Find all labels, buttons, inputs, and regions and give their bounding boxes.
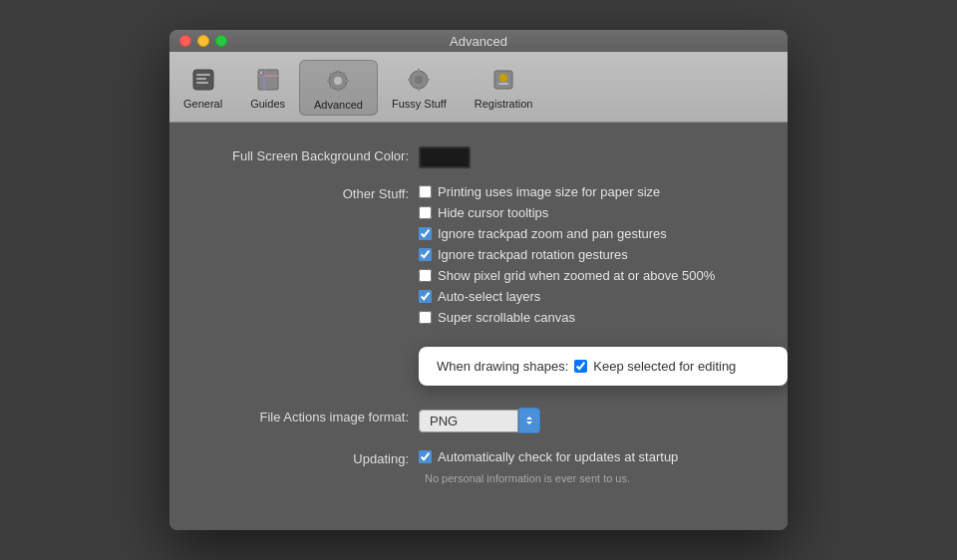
keep-selected-checkbox[interactable] <box>574 360 587 373</box>
checkbox-super-scroll: Super scrollable canvas <box>419 310 715 325</box>
keep-selected-row: Keep selected for editing <box>574 359 736 374</box>
checkbox-ignore-zoom-label: Ignore trackpad zoom and pan gestures <box>438 226 667 241</box>
checkbox-auto-select-input[interactable] <box>419 290 432 303</box>
file-format-select-container: PNG JPEG TIFF PDF <box>419 408 540 433</box>
checkbox-ignore-rotation-label: Ignore trackpad rotation gestures <box>438 247 628 262</box>
checkbox-auto-select: Auto-select layers <box>419 289 715 304</box>
svg-point-21 <box>415 76 423 84</box>
main-window: Advanced General <box>169 30 788 530</box>
color-swatch-button[interactable] <box>419 146 471 168</box>
checkbox-show-pixel: Show pixel grid when zoomed at or above … <box>419 268 715 283</box>
tab-registration-label: Registration <box>475 98 533 110</box>
checkbox-show-pixel-label: Show pixel grid when zoomed at or above … <box>438 268 715 283</box>
svg-rect-15 <box>346 80 349 82</box>
tab-registration[interactable]: Registration <box>461 60 547 116</box>
tab-general[interactable]: General <box>169 60 236 116</box>
drawing-shapes-label-spacer <box>199 341 419 351</box>
tab-general-label: General <box>183 98 222 110</box>
svg-point-11 <box>334 77 342 85</box>
checkbox-ignore-zoom-input[interactable] <box>419 227 432 240</box>
keep-selected-label: Keep selected for editing <box>593 359 736 374</box>
updating-label: Updating: <box>199 449 419 466</box>
checkbox-print-size-label: Printing uses image size for paper size <box>438 184 660 199</box>
tab-fussy-label: Fussy Stuff <box>392 98 447 110</box>
checkbox-show-pixel-input[interactable] <box>419 269 432 282</box>
file-actions-row: File Actions image format: PNG JPEG TIFF… <box>199 408 758 433</box>
updating-control: Automatically check for updates at start… <box>419 449 678 484</box>
updating-row: Updating: Automatically check for update… <box>199 449 758 484</box>
tab-advanced[interactable]: Advanced <box>299 60 378 116</box>
general-icon <box>187 64 219 96</box>
fullscreen-color-label: Full Screen Background Color: <box>199 146 419 163</box>
svg-rect-23 <box>418 88 420 91</box>
advanced-icon <box>322 65 354 97</box>
svg-rect-22 <box>418 69 420 72</box>
svg-rect-25 <box>427 79 430 81</box>
fullscreen-color-row: Full Screen Background Color: <box>199 146 758 168</box>
guides-icon <box>252 64 284 96</box>
file-actions-label: File Actions image format: <box>199 408 419 424</box>
other-stuff-checkboxes: Printing uses image size for paper size … <box>419 184 715 325</box>
auto-update-checkbox[interactable] <box>419 450 432 463</box>
auto-update-row: Automatically check for updates at start… <box>419 449 678 464</box>
drawing-shapes-tooltip: When drawing shapes: Keep selected for e… <box>419 347 788 386</box>
svg-rect-12 <box>337 70 339 73</box>
drawing-shapes-control: When drawing shapes: Keep selected for e… <box>419 341 788 392</box>
checkbox-print-size-input[interactable] <box>419 185 432 198</box>
content-area: Full Screen Background Color: Other Stuf… <box>169 123 788 530</box>
close-button[interactable] <box>179 35 191 47</box>
toolbar: General Guides <box>169 52 788 123</box>
window-title: Advanced <box>450 34 507 49</box>
svg-rect-2 <box>196 78 206 80</box>
svg-rect-14 <box>327 80 330 82</box>
checkbox-hide-cursor-label: Hide cursor tooltips <box>438 205 548 220</box>
svg-rect-1 <box>196 74 210 76</box>
tab-advanced-label: Advanced <box>314 99 363 111</box>
minimize-button[interactable] <box>197 35 209 47</box>
checkbox-ignore-rotation: Ignore trackpad rotation gestures <box>419 247 715 262</box>
select-arrow-icon[interactable] <box>518 408 540 433</box>
file-format-select[interactable]: PNG JPEG TIFF PDF <box>419 410 518 432</box>
fullscreen-color-control <box>419 146 471 168</box>
svg-rect-13 <box>337 89 339 92</box>
svg-rect-24 <box>408 79 411 81</box>
tab-fussy-stuff[interactable]: Fussy Stuff <box>378 60 461 116</box>
maximize-button[interactable] <box>215 35 227 47</box>
registration-icon <box>487 64 519 96</box>
tab-guides[interactable]: Guides <box>236 60 299 116</box>
drawing-shapes-row: When drawing shapes: Keep selected for e… <box>199 341 758 392</box>
update-info-text: No personal information is ever sent to … <box>425 472 678 484</box>
fussy-icon <box>403 64 435 96</box>
titlebar: Advanced <box>169 30 788 52</box>
svg-point-27 <box>499 74 507 82</box>
checkbox-hide-cursor: Hide cursor tooltips <box>419 205 715 220</box>
tab-guides-label: Guides <box>250 98 285 110</box>
other-stuff-row: Other Stuff: Printing uses image size fo… <box>199 184 758 325</box>
svg-rect-3 <box>196 82 208 84</box>
checkbox-ignore-zoom: Ignore trackpad zoom and pan gestures <box>419 226 715 241</box>
drawing-shapes-label: When drawing shapes: <box>437 359 568 374</box>
checkbox-print-size: Printing uses image size for paper size <box>419 184 715 199</box>
checkbox-ignore-rotation-input[interactable] <box>419 248 432 261</box>
auto-update-label: Automatically check for updates at start… <box>438 449 678 464</box>
file-actions-control: PNG JPEG TIFF PDF <box>419 408 540 433</box>
checkbox-super-scroll-label: Super scrollable canvas <box>438 310 575 325</box>
checkbox-hide-cursor-input[interactable] <box>419 206 432 219</box>
checkbox-super-scroll-input[interactable] <box>419 311 432 324</box>
other-stuff-label: Other Stuff: <box>199 184 419 201</box>
checkbox-auto-select-label: Auto-select layers <box>438 289 540 304</box>
svg-rect-28 <box>498 83 508 85</box>
traffic-lights <box>179 35 227 47</box>
